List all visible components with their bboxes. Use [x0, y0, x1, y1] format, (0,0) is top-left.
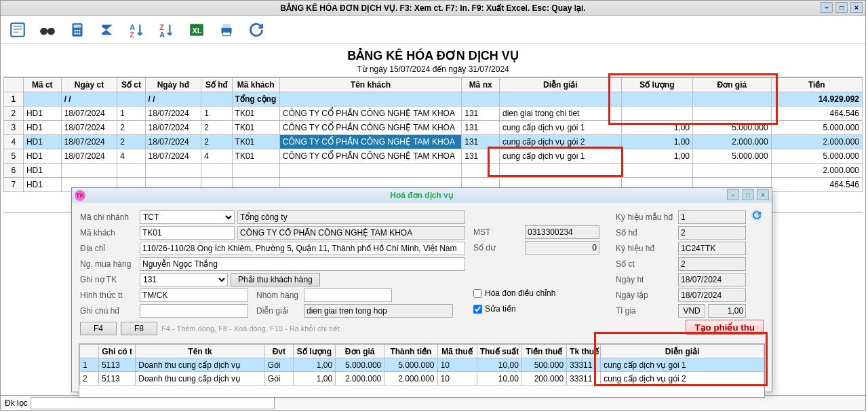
svg-rect-19 — [223, 24, 231, 27]
label-so-hd: Số hđ — [616, 228, 678, 238]
svg-text:Z: Z — [130, 30, 134, 38]
window-title: BẢNG KÊ HÓA ĐƠN DỊCH VỤ. F3: Xem ct. F7:… — [280, 3, 585, 13]
label-so-du: Số dư — [473, 243, 525, 252]
product-group-field[interactable] — [304, 288, 392, 302]
dialog-minimize-button[interactable]: – — [727, 189, 739, 200]
svg-point-9 — [74, 33, 76, 35]
receivable-button[interactable]: Phải thu khách hàng — [231, 273, 320, 286]
rate-field — [708, 304, 746, 318]
shortcut-hint: F4 - Thêm dòng, F8 - Xoá dòng, F10 - Ra … — [161, 324, 340, 333]
label-ti-gia: Tỉ giá — [616, 306, 678, 316]
invoice-serial-field — [678, 242, 746, 255]
notepad-icon[interactable] — [7, 20, 28, 40]
svg-point-8 — [79, 29, 81, 31]
invoice-dialog: TK Hoá đơn dịch vụ – □ × Mã chi nhánh TC… — [71, 187, 772, 392]
customer-code-field[interactable] — [140, 226, 235, 240]
excel-icon[interactable]: XL — [186, 20, 207, 40]
table-row[interactable]: 6HD12.000.000 — [4, 164, 863, 178]
template-code-field — [678, 210, 746, 224]
svg-text:A: A — [159, 30, 165, 38]
create-date-field — [678, 288, 746, 302]
maximize-button[interactable]: □ — [835, 2, 848, 13]
customer-name-field — [237, 226, 465, 240]
table-row[interactable]: 2HD118/07/2024118/07/20241TK01CÔNG TY CỔ… — [4, 107, 863, 121]
svg-rect-0 — [11, 23, 24, 37]
label-ngay-ht: Ngày ht — [616, 275, 678, 284]
table-row[interactable]: 5HD118/07/2024418/07/20244TK01CÔNG TY CỔ… — [4, 149, 863, 164]
svg-text:XL: XL — [193, 26, 202, 35]
dialog-close-button[interactable]: × — [757, 189, 769, 200]
filter-label: Đk lọc — [5, 398, 28, 408]
label-ky-hieu-mau: Ký hiệu mẫu hđ — [616, 212, 678, 222]
toolbar: AZ ZA XL — [1, 16, 865, 44]
dialog-refresh-icon[interactable] — [750, 208, 764, 222]
sort-desc-icon[interactable]: ZA — [157, 20, 177, 40]
f8-button[interactable]: F8 — [121, 322, 157, 335]
label-ky-hieu-hd: Ký hiệu hđ — [616, 244, 678, 253]
sort-asc-icon[interactable]: AZ — [127, 20, 147, 40]
invoice-note-field[interactable] — [140, 304, 248, 318]
detail-row[interactable]: 15113Doanh thu cung cấp dịch vụGói1,005.… — [80, 358, 764, 372]
dialog-title-bar: TK Hoá đơn dịch vụ – □ × — [72, 188, 772, 203]
accounting-date-field — [678, 273, 746, 286]
address-field[interactable] — [140, 242, 465, 255]
branch-select[interactable]: TCT — [140, 210, 235, 224]
app-icon: TK — [75, 190, 85, 201]
report-title: BẢNG KÊ HÓA ĐƠN DỊCH VỤ — [1, 48, 865, 63]
svg-rect-5 — [74, 24, 81, 27]
dialog-detail-grid[interactable]: Ghi có t Tên tk Đvt Số lượng Đơn giá Thà… — [79, 343, 765, 398]
filter-input[interactable] — [31, 397, 275, 409]
refresh-icon[interactable] — [246, 20, 267, 40]
edit-money-checkbox[interactable] — [473, 305, 482, 314]
label-nhom-hang: Nhóm hàng — [256, 291, 304, 300]
balance-field — [525, 241, 599, 255]
f4-button[interactable]: F4 — [80, 322, 117, 335]
label-so-ct: Số ct — [616, 259, 678, 269]
minimize-button[interactable]: – — [821, 2, 833, 13]
label-mst: MST — [473, 227, 525, 237]
svg-rect-3 — [46, 30, 49, 32]
dialog-title: Hoá đơn dịch vụ — [390, 191, 453, 200]
debit-account-select[interactable]: 131 — [140, 273, 228, 286]
title-bar: BẢNG KÊ HÓA ĐƠN DỊCH VỤ. F3: Xem ct. F7:… — [1, 1, 865, 16]
label-hinh-thuc-tt: Hình thức tt — [80, 291, 140, 300]
label-ghi-chu-hd: Ghi chú hđ — [80, 306, 140, 316]
label-dien-giai: Diễn giải — [256, 306, 304, 316]
svg-point-6 — [74, 29, 76, 31]
close-button[interactable]: × — [850, 2, 863, 13]
edit-money-checkbox-label[interactable]: Sửa tiền — [473, 304, 516, 314]
create-receipt-button[interactable]: Tạo phiếu thu — [686, 320, 764, 335]
sigma-icon[interactable] — [97, 20, 117, 40]
svg-rect-20 — [223, 32, 231, 35]
grid-header-row: Mã ct Ngày ct Số ct Ngày hđ Số hđ Mã khá… — [4, 78, 863, 92]
label-ma-chi-nhanh: Mã chi nhánh — [80, 212, 140, 222]
binoculars-icon[interactable] — [37, 20, 58, 40]
currency-field — [678, 304, 705, 318]
print-icon[interactable] — [216, 20, 237, 40]
dlg-grid-header: Ghi có t Tên tk Đvt Số lượng Đơn giá Thà… — [80, 345, 764, 358]
svg-point-7 — [77, 29, 79, 31]
label-ghi-no-tk: Ghi nợ TK — [80, 275, 140, 284]
detail-row[interactable]: 25113Doanh thu cung cấp dịch vụGói1,002.… — [80, 372, 764, 386]
description-field — [304, 304, 453, 318]
adjust-checkbox[interactable] — [473, 289, 482, 298]
label-ngay-lap: Ngày lập — [616, 291, 678, 300]
tax-code-field — [525, 225, 599, 239]
svg-point-10 — [77, 33, 79, 35]
payment-method-field[interactable] — [140, 288, 248, 302]
adjust-checkbox-label[interactable]: Hóa đơn điều chỉnh — [473, 288, 555, 298]
total-row[interactable]: 1/ // /Tổng cộng14.929.092 — [4, 92, 863, 107]
date-range: Từ ngày 15/07/2024 đến ngày 31/07/2024 — [1, 64, 865, 74]
calculator-icon[interactable] — [67, 20, 87, 40]
branch-name-field — [237, 210, 465, 224]
invoice-no-field — [678, 226, 746, 240]
label-ma-khach: Mã khách — [80, 228, 140, 238]
doc-no-field — [678, 257, 746, 271]
buyer-field[interactable] — [140, 257, 465, 271]
svg-point-11 — [79, 33, 81, 35]
dialog-maximize-button[interactable]: □ — [742, 189, 754, 200]
table-row[interactable]: 4HD118/07/2024218/07/20242TK01CÔNG TY CỔ… — [4, 135, 863, 149]
label-ng-mua-hang: Ng. mua hàng — [80, 259, 140, 269]
table-row[interactable]: 3HD118/07/2024218/07/20242TK01CÔNG TY CỔ… — [4, 121, 863, 135]
label-dia-chi: Địa chỉ — [80, 244, 140, 253]
